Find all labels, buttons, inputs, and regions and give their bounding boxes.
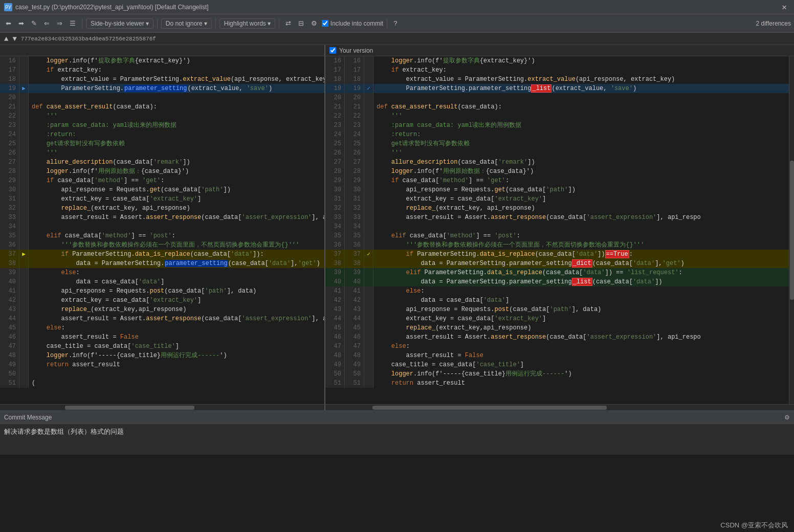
left-line-46: 46 assert_result = False xyxy=(0,332,324,342)
diff-area: 16 logger.info(f'提取参数字典{extract_key}') 1… xyxy=(0,56,794,404)
left-line-44: 44 assert_result = Assert.assert_respons… xyxy=(0,314,324,323)
right-line-44: 44 44 extract_key = case_data['extract_k… xyxy=(325,314,789,323)
left-version-header xyxy=(0,45,325,56)
right-line-35: 35 35 elif case_data['method'] == 'post'… xyxy=(325,231,789,240)
left-line-50: 50 xyxy=(0,369,324,379)
left-line-27: 27 allure_description(case_data['remark'… xyxy=(0,158,324,167)
left-line-16: 16 logger.info(f'提取参数字典{extract_key}') xyxy=(0,56,324,65)
commit-header: Commit Message ⚙ xyxy=(0,411,794,424)
right-line-43: 43 43 api_response = Requests.post(case_… xyxy=(325,305,789,314)
viewer-label: Side-by-side viewer xyxy=(91,20,144,27)
right-line-37: 37 37 ✓ if ParameterSetting.data_is_repl… xyxy=(325,250,789,259)
left-line-26: 26 ''' xyxy=(0,148,324,158)
right-line-47: 47 47 else: xyxy=(325,342,789,351)
include-commit-checkbox[interactable] xyxy=(322,20,328,27)
left-hscroll-thumb[interactable] xyxy=(65,406,195,410)
commit-body: 解决请求参数是数组（列表）格式的问题 xyxy=(0,424,794,455)
left-line-43: 43 replace_(extract_key,api_response) xyxy=(0,305,324,314)
right-line-50: 50 50 logger.info(f'-----{case_title}用例运… xyxy=(325,369,789,379)
right-panel: 16 16 logger.info(f'提取参数字典{extract_key}'… xyxy=(325,56,789,404)
right-line-23: 23 23 :param case_data: yaml读出来的用例数据 xyxy=(325,121,789,130)
right-line-29: 29 29 if case_data['method'] == 'get': xyxy=(325,176,789,185)
right-line-28: 28 28 logger.info(f'用例原始数据：{case_data}') xyxy=(325,167,789,176)
shift-right-button[interactable]: ⇒ xyxy=(54,18,65,29)
ignore-label: Do not ignore xyxy=(166,20,203,27)
include-commit-text: Include into commit xyxy=(330,20,383,27)
commit-section: Commit Message ⚙ 解决请求参数是数组（列表）格式的问题 xyxy=(0,410,794,455)
highlight-dropdown[interactable]: Highlight words ▾ xyxy=(219,18,275,29)
commit-settings-icon[interactable]: ⚙ xyxy=(784,414,790,421)
right-line-38: 38 38 data = ParameterSetting.parameter_… xyxy=(325,259,789,268)
left-line-32: 32 replace_(extract_key, api_response) xyxy=(0,204,324,213)
right-line-24: 24 24 :return: xyxy=(325,130,789,139)
list-view-button[interactable]: ☰ xyxy=(67,18,78,29)
left-line-47: 47 case_title = case_data['case_title'] xyxy=(0,342,324,351)
left-line-22: 22 ''' xyxy=(0,112,324,121)
left-line-41: 41 api_response = Requests.post(case_dat… xyxy=(0,286,324,296)
right-line-16: 16 16 logger.info(f'提取参数字典{extract_key}'… xyxy=(325,56,789,65)
next-change-button[interactable]: ▼ xyxy=(12,35,16,43)
left-line-45: 45 else: xyxy=(0,323,324,332)
nav-forward-button[interactable]: ➡ xyxy=(16,18,27,29)
help-icon: ? xyxy=(393,19,397,27)
right-line-31: 31 31 extract_key = case_data['extract_k… xyxy=(325,194,789,204)
right-line-17: 17 17 if extract_key: xyxy=(325,65,789,75)
left-line-37: 37 ▶ if ParameterSetting.data_is_replace… xyxy=(0,250,324,259)
commit-hash: 777ea2e834c0325363ba4d0ea57256e28255876f xyxy=(21,36,156,42)
your-version-checkbox[interactable] xyxy=(329,47,336,54)
include-commit-label[interactable]: Include into commit xyxy=(322,20,383,27)
toolbar: ⬅ ➡ ✎ ⇐ ⇒ ☰ Side-by-side viewer ▾ Do not… xyxy=(0,14,794,33)
left-panel: 16 logger.info(f'提取参数字典{extract_key}') 1… xyxy=(0,56,325,404)
separator-4 xyxy=(279,18,279,29)
right-line-25: 25 25 get请求暂时没有写参数依赖 xyxy=(325,139,789,148)
horizontal-scrollbar xyxy=(0,404,794,410)
left-line-21: 21 def case_assert_result(case_data): xyxy=(0,102,324,112)
right-line-30: 30 30 api_response = Requests.get(case_d… xyxy=(325,185,789,194)
left-line-24: 24 :return: xyxy=(0,130,324,139)
left-line-40: 40 data = case_data['data'] xyxy=(0,277,324,286)
right-line-48: 48 48 assert_result = False xyxy=(325,351,789,360)
edit-button[interactable]: ✎ xyxy=(29,18,39,29)
right-line-34: 34 34 xyxy=(325,222,789,231)
right-line-22: 22 22 ''' xyxy=(325,112,789,121)
prev-change-button[interactable]: ▲ xyxy=(4,35,8,43)
separator-5 xyxy=(387,18,387,29)
right-scrollbar[interactable] xyxy=(789,56,794,404)
left-line-25: 25 get请求暂时没有写参数依赖 xyxy=(0,139,324,148)
close-button[interactable]: ✕ xyxy=(779,2,790,12)
left-hscroll[interactable] xyxy=(0,405,325,410)
left-code-view[interactable]: 16 logger.info(f'提取参数字典{extract_key}') 1… xyxy=(0,56,324,404)
right-line-42: 42 42 data = case_data['data'] xyxy=(325,296,789,305)
columns-icon-button[interactable]: ⊟ xyxy=(296,18,306,29)
commit-header-label: Commit Message xyxy=(4,414,52,421)
right-line-45: 45 45 replace_(extract_key,api_response) xyxy=(325,323,789,332)
viewer-dropdown[interactable]: Side-by-side viewer ▾ xyxy=(86,18,153,29)
ignore-dropdown[interactable]: Do not ignore ▾ xyxy=(161,18,212,29)
scroll-thumb[interactable] xyxy=(790,161,794,300)
shift-left-button[interactable]: ⇐ xyxy=(41,18,52,29)
left-line-42: 42 extract_key = case_data['extract_key'… xyxy=(0,296,324,305)
right-line-27: 27 27 allure_description(case_data['rema… xyxy=(325,158,789,167)
right-hscroll[interactable] xyxy=(325,405,794,410)
settings-button[interactable]: ⚙ xyxy=(308,18,320,29)
left-line-48: 48 logger.info(f'-----{case_title}用例运行完成… xyxy=(0,351,324,360)
bottom-bar: CSDN @亚索不会吹风 xyxy=(714,519,794,532)
left-line-36: 36 '''参数替换和参数依赖操作必须在一个页面里面，不然页面切换参数池会重置为… xyxy=(0,240,324,250)
right-line-20: 20 20 xyxy=(325,93,789,102)
file-icon: py xyxy=(4,3,12,11)
right-line-32: 32 32 replace_(extract_key, api_response… xyxy=(325,204,789,213)
left-line-19: 19 ▶ ParameterSetting.parameter_setting(… xyxy=(0,84,324,93)
right-code-view[interactable]: 16 16 logger.info(f'提取参数字典{extract_key}'… xyxy=(325,56,789,404)
right-line-36: 36 36 '''参数替换和参数依赖操作必须在一个页面里面，不然页面切换参数池会… xyxy=(325,240,789,250)
right-line-19: 19 19 ✓ ParameterSetting.parameter_setti… xyxy=(325,84,789,93)
right-hscroll-thumb[interactable] xyxy=(372,406,607,410)
left-line-28: 28 logger.info(f'用例原始数据：{case_data}') xyxy=(0,167,324,176)
transfer-icon-button[interactable]: ⇄ xyxy=(283,18,294,29)
help-button[interactable]: ? xyxy=(391,18,400,29)
highlight-chevron: ▾ xyxy=(268,20,271,27)
nav-back-button[interactable]: ⬅ xyxy=(3,18,14,29)
viewer-chevron: ▾ xyxy=(146,20,149,27)
left-line-33: 33 assert_result = Assert.assert_respons… xyxy=(0,213,324,222)
right-line-21: 21 21 def case_assert_result(case_data): xyxy=(325,102,789,112)
title-bar: py case_test.py (D:\python2022\pytest_ap… xyxy=(0,0,794,14)
